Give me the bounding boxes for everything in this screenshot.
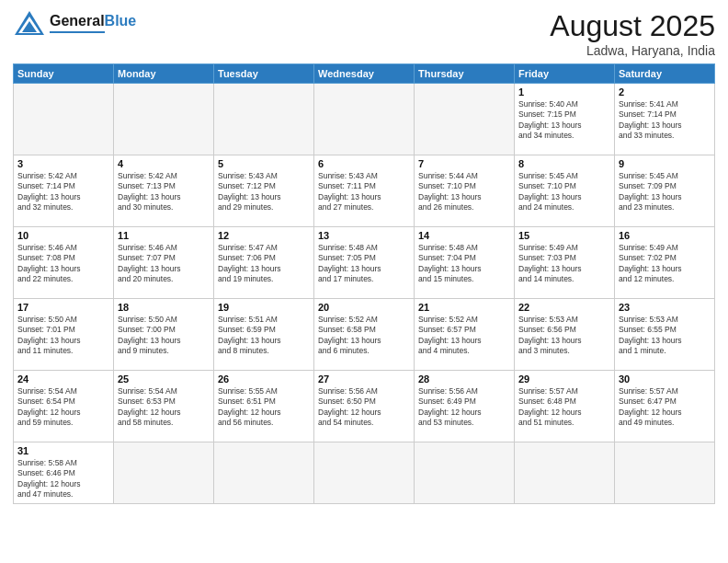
empty-cell — [114, 84, 214, 155]
day-1: 1 Sunrise: 5:40 AMSunset: 7:15 PMDayligh… — [515, 84, 615, 155]
logo-blue: Blue — [105, 13, 137, 29]
day-14: 14 Sunrise: 5:48 AMSunset: 7:04 PMDaylig… — [415, 227, 515, 299]
empty-cell — [615, 442, 715, 504]
day-26: 26 Sunrise: 5:55 AMSunset: 6:51 PMDaylig… — [214, 371, 314, 442]
col-thursday: Thursday — [415, 64, 515, 84]
day-5: 5 Sunrise: 5:43 AMSunset: 7:12 PMDayligh… — [214, 155, 314, 227]
day-22: 22 Sunrise: 5:53 AMSunset: 6:56 PMDaylig… — [515, 299, 615, 371]
table-row: 31 Sunrise: 5:58 AMSunset: 6:46 PMDaylig… — [14, 442, 715, 504]
day-20: 20 Sunrise: 5:52 AMSunset: 6:58 PMDaylig… — [314, 299, 415, 371]
title-area: August 2025 Ladwa, Haryana, India — [550, 9, 715, 58]
day-27: 27 Sunrise: 5:56 AMSunset: 6:50 PMDaylig… — [314, 371, 415, 442]
day-23: 23 Sunrise: 5:53 AMSunset: 6:55 PMDaylig… — [615, 299, 715, 371]
logo-area: GeneralBlue — [13, 9, 136, 37]
day-2: 2 Sunrise: 5:41 AMSunset: 7:14 PMDayligh… — [615, 84, 715, 155]
day-15: 15 Sunrise: 5:49 AMSunset: 7:03 PMDaylig… — [515, 227, 615, 299]
logo-general: General — [50, 13, 105, 29]
col-monday: Monday — [114, 64, 214, 84]
logo-line — [50, 31, 105, 33]
day-25: 25 Sunrise: 5:54 AMSunset: 6:53 PMDaylig… — [114, 371, 214, 442]
day-18: 18 Sunrise: 5:50 AMSunset: 7:00 PMDaylig… — [114, 299, 214, 371]
location-title: Ladwa, Haryana, India — [550, 43, 715, 58]
day-24: 24 Sunrise: 5:54 AMSunset: 6:54 PMDaylig… — [14, 371, 114, 442]
day-4: 4 Sunrise: 5:42 AMSunset: 7:13 PMDayligh… — [114, 155, 214, 227]
day-6: 6 Sunrise: 5:43 AMSunset: 7:11 PMDayligh… — [314, 155, 415, 227]
empty-cell — [314, 442, 415, 504]
empty-cell — [515, 442, 615, 504]
day-28: 28 Sunrise: 5:56 AMSunset: 6:49 PMDaylig… — [415, 371, 515, 442]
col-sunday: Sunday — [14, 64, 114, 84]
day-3: 3 Sunrise: 5:42 AMSunset: 7:14 PMDayligh… — [14, 155, 114, 227]
day-9: 9 Sunrise: 5:45 AMSunset: 7:09 PMDayligh… — [615, 155, 715, 227]
col-wednesday: Wednesday — [314, 64, 415, 84]
day-12: 12 Sunrise: 5:47 AMSunset: 7:06 PMDaylig… — [214, 227, 314, 299]
day-13: 13 Sunrise: 5:48 AMSunset: 7:05 PMDaylig… — [314, 227, 415, 299]
day-31: 31 Sunrise: 5:58 AMSunset: 6:46 PMDaylig… — [14, 442, 114, 504]
day-10: 10 Sunrise: 5:46 AMSunset: 7:08 PMDaylig… — [14, 227, 114, 299]
col-friday: Friday — [515, 64, 615, 84]
day-21: 21 Sunrise: 5:52 AMSunset: 6:57 PMDaylig… — [415, 299, 515, 371]
day-8: 8 Sunrise: 5:45 AMSunset: 7:10 PMDayligh… — [515, 155, 615, 227]
empty-cell — [14, 84, 114, 155]
empty-cell — [415, 442, 515, 504]
table-row: 17 Sunrise: 5:50 AMSunset: 7:01 PMDaylig… — [14, 299, 715, 371]
page: GeneralBlue August 2025 Ladwa, Haryana, … — [0, 0, 728, 563]
col-saturday: Saturday — [615, 64, 715, 84]
calendar-table: Sunday Monday Tuesday Wednesday Thursday… — [13, 63, 715, 504]
day-30: 30 Sunrise: 5:57 AMSunset: 6:47 PMDaylig… — [615, 371, 715, 442]
logo-icon — [13, 9, 46, 37]
col-tuesday: Tuesday — [214, 64, 314, 84]
table-row: 10 Sunrise: 5:46 AMSunset: 7:08 PMDaylig… — [14, 227, 715, 299]
empty-cell — [214, 84, 314, 155]
day-16: 16 Sunrise: 5:49 AMSunset: 7:02 PMDaylig… — [615, 227, 715, 299]
weekday-header-row: Sunday Monday Tuesday Wednesday Thursday… — [14, 64, 715, 84]
empty-cell — [314, 84, 415, 155]
empty-cell — [214, 442, 314, 504]
table-row: 1 Sunrise: 5:40 AMSunset: 7:15 PMDayligh… — [14, 84, 715, 155]
empty-cell — [114, 442, 214, 504]
month-title: August 2025 — [550, 9, 715, 43]
header: GeneralBlue August 2025 Ladwa, Haryana, … — [13, 9, 715, 58]
day-19: 19 Sunrise: 5:51 AMSunset: 6:59 PMDaylig… — [214, 299, 314, 371]
table-row: 24 Sunrise: 5:54 AMSunset: 6:54 PMDaylig… — [14, 371, 715, 442]
day-11: 11 Sunrise: 5:46 AMSunset: 7:07 PMDaylig… — [114, 227, 214, 299]
empty-cell — [415, 84, 515, 155]
day-29: 29 Sunrise: 5:57 AMSunset: 6:48 PMDaylig… — [515, 371, 615, 442]
table-row: 3 Sunrise: 5:42 AMSunset: 7:14 PMDayligh… — [14, 155, 715, 227]
day-17: 17 Sunrise: 5:50 AMSunset: 7:01 PMDaylig… — [14, 299, 114, 371]
day-7: 7 Sunrise: 5:44 AMSunset: 7:10 PMDayligh… — [415, 155, 515, 227]
